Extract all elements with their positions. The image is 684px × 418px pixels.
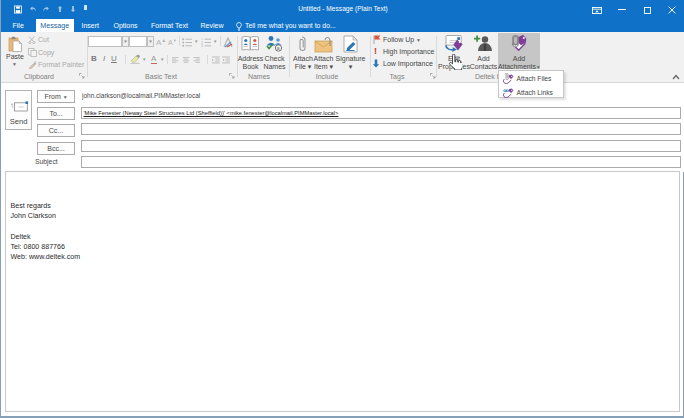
svg-text:3: 3 xyxy=(201,44,203,47)
svg-text:a: a xyxy=(277,45,280,51)
